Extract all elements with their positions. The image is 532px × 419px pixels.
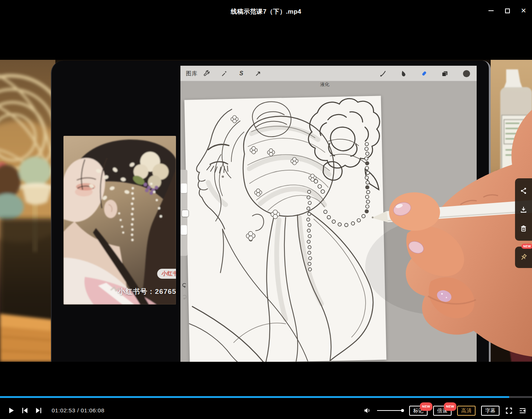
hd-button[interactable]: 高清	[457, 406, 476, 416]
drawing-canvas[interactable]	[184, 96, 387, 362]
paintbrush-icon	[379, 70, 387, 78]
mark-button[interactable]: 标记 NEW	[409, 406, 428, 416]
stacked-squares-icon	[441, 70, 449, 78]
minimize-icon	[488, 10, 494, 11]
maximize-button[interactable]	[502, 5, 513, 16]
arrow-cursor-icon	[255, 70, 262, 77]
minimize-button[interactable]	[486, 5, 497, 16]
finger-smudge-icon	[399, 70, 407, 78]
redo-button[interactable]	[181, 294, 189, 302]
maximize-icon	[505, 8, 510, 13]
volume-slider[interactable]	[377, 410, 404, 411]
brush-button[interactable]	[378, 66, 388, 81]
gallery-label: 图库	[186, 70, 198, 77]
undo-button[interactable]	[181, 282, 189, 290]
wrench-icon	[203, 70, 210, 77]
close-icon: ✕	[521, 7, 526, 14]
play-button[interactable]	[7, 406, 15, 415]
progress-played	[0, 396, 509, 398]
pin-new-badge: NEW	[521, 244, 532, 249]
speed-new-badge: NEW	[444, 402, 456, 411]
controls-row: 01:02:53 / 01:06:08 标记 NEW 倍速 NEW 高清	[0, 402, 532, 419]
photo-watermark: 小红书号：26765	[118, 287, 176, 296]
color-circle-icon	[462, 69, 471, 78]
share-icon	[519, 187, 528, 195]
brush-size-slider-handle[interactable]	[181, 183, 187, 193]
playlist-button[interactable]	[518, 407, 527, 415]
erase-button[interactable]	[419, 66, 429, 81]
trash-icon	[519, 224, 528, 233]
eraser-icon	[420, 70, 428, 78]
subtitles-label: 字幕	[485, 408, 495, 413]
hd-label: 高清	[461, 408, 471, 413]
actions-button[interactable]	[202, 66, 211, 81]
volume-icon	[363, 407, 372, 414]
redo-icon	[181, 294, 188, 300]
pushpin-icon	[519, 253, 528, 262]
pin-panel: NEW	[515, 247, 532, 268]
pin-button[interactable]	[518, 252, 529, 263]
time-display: 01:02:53 / 01:06:08	[52, 407, 104, 414]
window-controls: ✕	[486, 5, 529, 16]
brush-opacity-slider-handle[interactable]	[181, 225, 187, 235]
subtitles-button[interactable]: 字幕	[481, 406, 500, 416]
previous-button[interactable]	[21, 406, 29, 415]
smudge-button[interactable]	[398, 66, 408, 81]
ipad-device: 小红书号：26765 小红书 图库 S	[51, 61, 491, 362]
volume-button[interactable]	[363, 407, 372, 414]
share-button[interactable]	[518, 185, 529, 196]
volume-knob[interactable]	[401, 409, 404, 412]
color-button[interactable]	[461, 66, 471, 81]
playlist-icon	[518, 407, 527, 415]
previous-icon	[21, 406, 29, 415]
speed-button[interactable]: 倍速 NEW	[433, 406, 452, 416]
controls-right: 标记 NEW 倍速 NEW 高清 字幕	[363, 402, 527, 419]
liquify-status-label: 液化	[310, 82, 339, 88]
background-desk-left	[0, 60, 55, 362]
title-bar: 线稿示范课7（下）.mp4 ✕	[0, 0, 532, 60]
controls-left: 01:02:53 / 01:06:08	[7, 402, 104, 419]
window-title: 线稿示范课7（下）.mp4	[0, 7, 532, 16]
player-controls: 01:02:53 / 01:06:08 标记 NEW 倍速 NEW 高清	[0, 362, 532, 419]
reference-photo: 小红书号：26765 小红书	[63, 136, 176, 305]
next-button[interactable]	[35, 406, 43, 415]
progress-bar[interactable]	[0, 396, 532, 398]
video-frame[interactable]: 小红书号：26765 小红书 图库 S	[0, 60, 532, 362]
gallery-button[interactable]: 图库	[183, 66, 200, 81]
transform-button[interactable]	[253, 66, 263, 81]
next-icon	[35, 406, 43, 415]
app-window: 线稿示范课7（下）.mp4 ✕	[0, 0, 532, 419]
layers-button[interactable]	[440, 66, 449, 81]
selection-button[interactable]: S	[236, 66, 246, 81]
procreate-toolbar: 图库 S	[180, 66, 477, 81]
svg-text:S: S	[239, 70, 243, 76]
magic-wand-icon	[221, 70, 228, 77]
xiaohongshu-badge: 小红书	[157, 269, 176, 279]
download-button[interactable]	[518, 204, 529, 215]
undo-icon	[181, 282, 188, 289]
floating-action-panel	[515, 178, 532, 241]
fullscreen-icon	[505, 407, 513, 415]
close-button[interactable]: ✕	[518, 5, 529, 16]
download-icon	[519, 206, 528, 214]
modify-button[interactable]	[182, 210, 189, 217]
procreate-app: 图库 S	[180, 66, 477, 362]
play-icon	[7, 406, 15, 415]
delete-button[interactable]	[518, 223, 529, 234]
mark-new-badge: NEW	[420, 402, 432, 411]
s-ribbon-icon: S	[237, 70, 245, 77]
fullscreen-button[interactable]	[505, 407, 513, 415]
adjustments-button[interactable]	[220, 66, 229, 81]
